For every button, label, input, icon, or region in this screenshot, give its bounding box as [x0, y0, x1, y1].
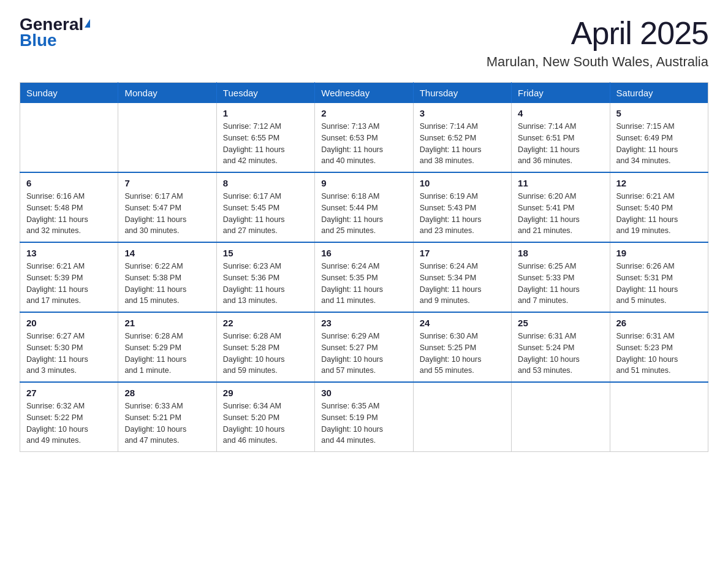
calendar-cell [610, 382, 708, 452]
day-info: Sunrise: 6:17 AM Sunset: 5:45 PM Dayligh… [223, 191, 308, 237]
calendar-week-row: 6Sunrise: 6:16 AM Sunset: 5:48 PM Daylig… [20, 172, 708, 242]
location-title: Marulan, New South Wales, Australia [487, 54, 708, 70]
calendar-cell: 24Sunrise: 6:30 AM Sunset: 5:25 PM Dayli… [413, 312, 511, 382]
day-number: 8 [223, 178, 308, 188]
calendar-cell: 19Sunrise: 6:26 AM Sunset: 5:31 PM Dayli… [610, 242, 708, 312]
logo-triangle-icon [85, 19, 90, 28]
day-of-week-header: Wednesday [315, 83, 413, 104]
day-of-week-header: Saturday [610, 83, 708, 104]
day-number: 11 [518, 178, 603, 188]
day-info: Sunrise: 6:24 AM Sunset: 5:34 PM Dayligh… [420, 261, 505, 307]
days-header-row: SundayMondayTuesdayWednesdayThursdayFrid… [20, 83, 708, 104]
calendar-cell: 1Sunrise: 7:12 AM Sunset: 6:55 PM Daylig… [216, 103, 314, 172]
day-info: Sunrise: 7:13 AM Sunset: 6:53 PM Dayligh… [321, 121, 406, 167]
day-number: 23 [321, 318, 406, 328]
calendar-week-row: 13Sunrise: 6:21 AM Sunset: 5:39 PM Dayli… [20, 242, 708, 312]
calendar-cell: 5Sunrise: 7:15 AM Sunset: 6:49 PM Daylig… [610, 103, 708, 172]
day-info: Sunrise: 7:14 AM Sunset: 6:51 PM Dayligh… [518, 121, 603, 167]
day-info: Sunrise: 6:21 AM Sunset: 5:39 PM Dayligh… [26, 261, 112, 307]
day-number: 18 [518, 248, 603, 258]
logo: General Blue [20, 15, 90, 50]
day-info: Sunrise: 6:34 AM Sunset: 5:20 PM Dayligh… [223, 400, 308, 446]
calendar-cell: 20Sunrise: 6:27 AM Sunset: 5:30 PM Dayli… [20, 312, 118, 382]
day-info: Sunrise: 6:33 AM Sunset: 5:21 PM Dayligh… [124, 400, 210, 446]
calendar-cell: 4Sunrise: 7:14 AM Sunset: 6:51 PM Daylig… [512, 103, 610, 172]
day-number: 7 [124, 178, 210, 188]
day-number: 24 [420, 318, 505, 328]
calendar-cell: 14Sunrise: 6:22 AM Sunset: 5:38 PM Dayli… [118, 242, 216, 312]
calendar-cell: 2Sunrise: 7:13 AM Sunset: 6:53 PM Daylig… [315, 103, 413, 172]
calendar-week-row: 27Sunrise: 6:32 AM Sunset: 5:22 PM Dayli… [20, 382, 708, 452]
day-info: Sunrise: 6:25 AM Sunset: 5:33 PM Dayligh… [518, 261, 603, 307]
day-number: 13 [26, 248, 112, 258]
day-of-week-header: Thursday [413, 83, 511, 104]
day-info: Sunrise: 6:30 AM Sunset: 5:25 PM Dayligh… [420, 331, 505, 377]
calendar-cell: 17Sunrise: 6:24 AM Sunset: 5:34 PM Dayli… [413, 242, 511, 312]
calendar-cell: 7Sunrise: 6:17 AM Sunset: 5:47 PM Daylig… [118, 172, 216, 242]
calendar-cell: 27Sunrise: 6:32 AM Sunset: 5:22 PM Dayli… [20, 382, 118, 452]
day-info: Sunrise: 6:21 AM Sunset: 5:40 PM Dayligh… [616, 191, 702, 237]
day-info: Sunrise: 6:27 AM Sunset: 5:30 PM Dayligh… [26, 331, 112, 377]
day-number: 3 [420, 108, 505, 118]
day-number: 26 [616, 318, 702, 328]
day-number: 17 [420, 248, 505, 258]
day-info: Sunrise: 6:28 AM Sunset: 5:28 PM Dayligh… [223, 331, 308, 377]
calendar-cell: 15Sunrise: 6:23 AM Sunset: 5:36 PM Dayli… [216, 242, 314, 312]
calendar-cell: 29Sunrise: 6:34 AM Sunset: 5:20 PM Dayli… [216, 382, 314, 452]
day-number: 19 [616, 248, 702, 258]
day-info: Sunrise: 7:12 AM Sunset: 6:55 PM Dayligh… [223, 121, 308, 167]
day-info: Sunrise: 6:22 AM Sunset: 5:38 PM Dayligh… [124, 261, 210, 307]
month-title: April 2025 [487, 15, 708, 52]
calendar-week-row: 20Sunrise: 6:27 AM Sunset: 5:30 PM Dayli… [20, 312, 708, 382]
calendar-cell: 23Sunrise: 6:29 AM Sunset: 5:27 PM Dayli… [315, 312, 413, 382]
calendar-cell: 6Sunrise: 6:16 AM Sunset: 5:48 PM Daylig… [20, 172, 118, 242]
day-info: Sunrise: 6:20 AM Sunset: 5:41 PM Dayligh… [518, 191, 603, 237]
day-number: 14 [124, 248, 210, 258]
day-number: 10 [420, 178, 505, 188]
calendar-cell: 22Sunrise: 6:28 AM Sunset: 5:28 PM Dayli… [216, 312, 314, 382]
calendar-cell [413, 382, 511, 452]
day-number: 27 [26, 388, 112, 398]
day-number: 1 [223, 108, 308, 118]
calendar-cell: 30Sunrise: 6:35 AM Sunset: 5:19 PM Dayli… [315, 382, 413, 452]
day-info: Sunrise: 6:17 AM Sunset: 5:47 PM Dayligh… [124, 191, 210, 237]
day-info: Sunrise: 6:31 AM Sunset: 5:23 PM Dayligh… [616, 331, 702, 377]
day-number: 2 [321, 108, 406, 118]
day-info: Sunrise: 7:15 AM Sunset: 6:49 PM Dayligh… [616, 121, 702, 167]
day-number: 21 [124, 318, 210, 328]
day-number: 15 [223, 248, 308, 258]
calendar-cell: 16Sunrise: 6:24 AM Sunset: 5:35 PM Dayli… [315, 242, 413, 312]
calendar-cell: 9Sunrise: 6:18 AM Sunset: 5:44 PM Daylig… [315, 172, 413, 242]
day-of-week-header: Sunday [20, 83, 118, 104]
day-info: Sunrise: 6:24 AM Sunset: 5:35 PM Dayligh… [321, 261, 406, 307]
calendar-cell [118, 103, 216, 172]
day-info: Sunrise: 6:31 AM Sunset: 5:24 PM Dayligh… [518, 331, 603, 377]
day-number: 5 [616, 108, 702, 118]
day-info: Sunrise: 6:18 AM Sunset: 5:44 PM Dayligh… [321, 191, 406, 237]
calendar-cell: 13Sunrise: 6:21 AM Sunset: 5:39 PM Dayli… [20, 242, 118, 312]
day-info: Sunrise: 6:23 AM Sunset: 5:36 PM Dayligh… [223, 261, 308, 307]
day-number: 20 [26, 318, 112, 328]
calendar-cell: 12Sunrise: 6:21 AM Sunset: 5:40 PM Dayli… [610, 172, 708, 242]
day-info: Sunrise: 6:19 AM Sunset: 5:43 PM Dayligh… [420, 191, 505, 237]
day-info: Sunrise: 6:35 AM Sunset: 5:19 PM Dayligh… [321, 400, 406, 446]
day-number: 29 [223, 388, 308, 398]
calendar-cell: 26Sunrise: 6:31 AM Sunset: 5:23 PM Dayli… [610, 312, 708, 382]
day-of-week-header: Friday [512, 83, 610, 104]
calendar-cell: 8Sunrise: 6:17 AM Sunset: 5:45 PM Daylig… [216, 172, 314, 242]
day-number: 6 [26, 178, 112, 188]
calendar-cell: 28Sunrise: 6:33 AM Sunset: 5:21 PM Dayli… [118, 382, 216, 452]
day-number: 30 [321, 388, 406, 398]
day-number: 16 [321, 248, 406, 258]
calendar-cell: 11Sunrise: 6:20 AM Sunset: 5:41 PM Dayli… [512, 172, 610, 242]
calendar-cell: 3Sunrise: 7:14 AM Sunset: 6:52 PM Daylig… [413, 103, 511, 172]
day-info: Sunrise: 6:16 AM Sunset: 5:48 PM Dayligh… [26, 191, 112, 237]
calendar-cell: 25Sunrise: 6:31 AM Sunset: 5:24 PM Dayli… [512, 312, 610, 382]
title-block: April 2025 Marulan, New South Wales, Aus… [487, 15, 708, 70]
day-number: 22 [223, 318, 308, 328]
calendar-cell: 18Sunrise: 6:25 AM Sunset: 5:33 PM Dayli… [512, 242, 610, 312]
day-of-week-header: Tuesday [216, 83, 314, 104]
day-info: Sunrise: 6:26 AM Sunset: 5:31 PM Dayligh… [616, 261, 702, 307]
calendar-week-row: 1Sunrise: 7:12 AM Sunset: 6:55 PM Daylig… [20, 103, 708, 172]
header: General Blue April 2025 Marulan, New Sou… [20, 15, 708, 70]
